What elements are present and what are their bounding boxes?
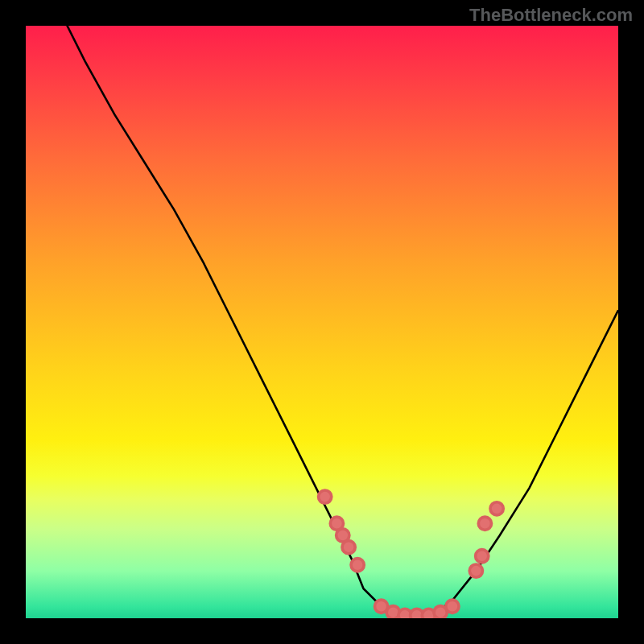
data-point — [469, 564, 482, 577]
bottleneck-curve — [26, 26, 618, 618]
data-point — [490, 502, 503, 515]
plot-area — [26, 26, 618, 618]
chart-svg — [26, 26, 618, 618]
data-point — [446, 600, 459, 613]
watermark-text: TheBottleneck.com — [469, 5, 633, 26]
data-point — [342, 541, 355, 554]
data-point — [476, 550, 489, 563]
chart-frame: TheBottleneck.com — [0, 0, 644, 644]
data-point — [319, 490, 332, 503]
data-point — [351, 559, 364, 572]
data-point — [478, 517, 491, 530]
data-points — [319, 490, 504, 618]
